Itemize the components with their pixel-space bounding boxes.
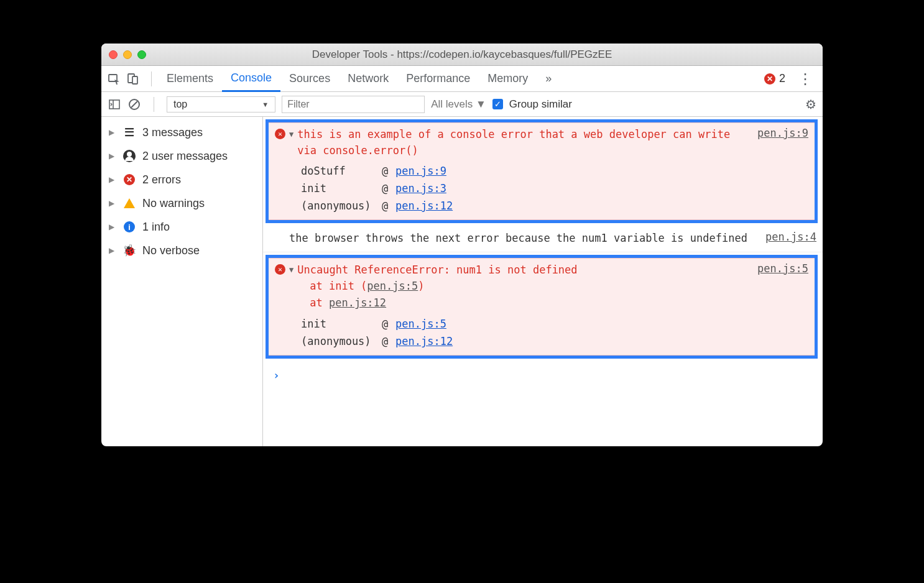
stack-function: (anonymous) <box>301 335 382 347</box>
group-similar-label: Group similar <box>509 98 572 111</box>
stack-frame: (anonymous) @ pen.js:12 <box>301 333 808 350</box>
toggle-sidebar-icon[interactable] <box>108 98 121 111</box>
info-icon: i <box>122 220 136 234</box>
dropdown-icon: ▼ <box>262 101 269 108</box>
source-link[interactable]: pen.js:9 <box>757 127 808 139</box>
error-text: this is an example of a console error th… <box>297 127 741 158</box>
list-icon: ☰ <box>122 126 136 139</box>
stack-function: init <box>301 318 382 330</box>
source-link[interactable]: pen.js:5 <box>757 262 808 275</box>
console-body: ▶ ☰ 3 messages ▶ 2 user messages ▶ ✕ 2 e… <box>101 117 823 446</box>
log-levels-selector[interactable]: All levels ▼ <box>431 98 486 111</box>
expand-icon: ▶ <box>109 152 116 160</box>
svg-line-6 <box>131 101 137 108</box>
collapse-icon[interactable]: ▼ <box>289 130 293 139</box>
sidebar-label: 1 info <box>142 221 170 234</box>
error-icon: ✕ <box>122 173 136 186</box>
collapse-icon[interactable]: ▼ <box>289 265 293 274</box>
error-icon: ✕ <box>275 129 285 139</box>
highlight-box: ✕ ▼ this is an example of a console erro… <box>266 119 818 223</box>
tab-memory[interactable]: Memory <box>479 66 537 91</box>
context-selector[interactable]: top ▼ <box>167 96 275 112</box>
stack-trace: init @ pen.js:5 (anonymous) @ pen.js:12 <box>301 315 808 350</box>
stack-function: init <box>301 182 382 195</box>
tab-network[interactable]: Network <box>339 66 397 91</box>
sidebar-item-user-messages[interactable]: ▶ 2 user messages <box>101 144 262 168</box>
sidebar-label: No verbose <box>142 244 200 257</box>
separator <box>154 97 154 112</box>
stack-at: @ <box>382 182 395 195</box>
clear-console-icon[interactable] <box>127 98 141 111</box>
sidebar-label: 2 user messages <box>142 150 228 163</box>
stack-frame: doStuff @ pen.js:9 <box>301 162 808 180</box>
filter-input[interactable] <box>282 96 425 113</box>
stack-inline-link[interactable]: pen.js:12 <box>329 296 386 309</box>
tab-overflow[interactable]: » <box>537 66 560 91</box>
stack-at: @ <box>382 318 395 330</box>
group-similar-checkbox[interactable]: ✓ <box>492 99 503 109</box>
stack-frame: init @ pen.js:3 <box>301 180 808 197</box>
device-toolbar-icon[interactable] <box>126 72 140 86</box>
expand-icon: ▶ <box>109 199 116 208</box>
sidebar-label: No warnings <box>142 197 205 210</box>
separator <box>151 71 152 86</box>
source-link[interactable]: pen.js:4 <box>765 231 816 243</box>
error-text-line: Uncaught ReferenceError: num1 is not def… <box>297 264 577 276</box>
console-error-message[interactable]: ✕ ▼ Uncaught ReferenceError: num1 is not… <box>269 258 815 356</box>
sidebar-item-messages[interactable]: ▶ ☰ 3 messages <box>101 121 262 144</box>
svg-rect-2 <box>132 76 137 84</box>
expand-icon: ▶ <box>109 246 116 255</box>
error-count[interactable]: 2 <box>779 72 785 85</box>
svg-rect-3 <box>109 100 119 109</box>
stack-location-link[interactable]: pen.js:9 <box>395 165 446 177</box>
stack-function: (anonymous) <box>301 200 382 212</box>
stack-location-link[interactable]: pen.js:12 <box>395 335 453 347</box>
stack-at: @ <box>382 200 395 212</box>
context-value: top <box>173 99 187 110</box>
sidebar-item-info[interactable]: ▶ i 1 info <box>101 215 262 239</box>
sidebar-item-errors[interactable]: ▶ ✕ 2 errors <box>101 168 262 191</box>
expand-icon: ▶ <box>109 175 116 184</box>
stack-inline-suffix: ) <box>418 280 424 292</box>
expand-icon: ▶ <box>109 223 116 231</box>
console-error-message[interactable]: ✕ ▼ this is an example of a console erro… <box>269 122 815 220</box>
kebab-menu-icon[interactable]: ⋮ <box>794 70 816 88</box>
console-messages: ✕ ▼ this is an example of a console erro… <box>263 117 823 446</box>
window-title: Developer Tools - https://codepen.io/kay… <box>101 48 823 61</box>
minimize-window-button[interactable] <box>123 50 132 59</box>
tab-sources[interactable]: Sources <box>280 66 339 91</box>
settings-gear-icon[interactable]: ⚙ <box>805 97 816 112</box>
sidebar-item-verbose[interactable]: ▶ 🐞 No verbose <box>101 239 262 262</box>
tab-console[interactable]: Console <box>222 67 280 92</box>
highlight-box: ✕ ▼ Uncaught ReferenceError: num1 is not… <box>266 255 818 359</box>
traffic-lights <box>109 50 146 59</box>
sidebar-item-warnings[interactable]: ▶ No warnings <box>101 191 262 215</box>
maximize-window-button[interactable] <box>137 50 146 59</box>
console-prompt[interactable]: › <box>263 362 823 388</box>
stack-function: doStuff <box>301 165 382 177</box>
stack-frame: (anonymous) @ pen.js:12 <box>301 197 808 214</box>
log-text: the browser throws the next error becaus… <box>289 231 749 247</box>
error-badge-icon[interactable]: ✕ <box>764 73 775 85</box>
tab-elements[interactable]: Elements <box>158 66 222 91</box>
sidebar-label: 3 messages <box>142 126 203 139</box>
console-log-message[interactable]: the browser throws the next error becaus… <box>263 227 823 252</box>
tab-bar: Elements Console Sources Network Perform… <box>101 66 823 92</box>
bug-icon: 🐞 <box>122 244 136 257</box>
console-toolbar: top ▼ All levels ▼ ✓ Group similar ⚙ <box>101 92 823 117</box>
warning-icon <box>122 196 136 210</box>
console-sidebar: ▶ ☰ 3 messages ▶ 2 user messages ▶ ✕ 2 e… <box>101 117 263 446</box>
stack-at: @ <box>382 335 395 347</box>
stack-location-link[interactable]: pen.js:5 <box>395 318 446 330</box>
stack-location-link[interactable]: pen.js:3 <box>395 182 446 195</box>
titlebar: Developer Tools - https://codepen.io/kay… <box>101 44 823 66</box>
stack-inline-link[interactable]: pen.js:5 <box>367 280 418 292</box>
tab-performance[interactable]: Performance <box>397 66 479 91</box>
close-window-button[interactable] <box>109 50 118 59</box>
devtools-window: Developer Tools - https://codepen.io/kay… <box>101 44 823 446</box>
stack-frame: init @ pen.js:5 <box>301 315 808 333</box>
error-text: Uncaught ReferenceError: num1 is not def… <box>297 262 741 312</box>
stack-location-link[interactable]: pen.js:12 <box>395 200 453 212</box>
inspect-element-icon[interactable] <box>108 72 121 86</box>
sidebar-label: 2 errors <box>142 173 181 186</box>
